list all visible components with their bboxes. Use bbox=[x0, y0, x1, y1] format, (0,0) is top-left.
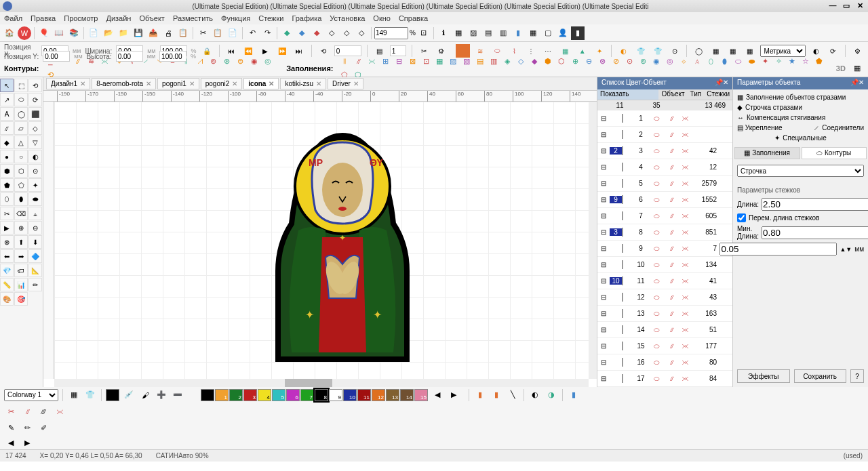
menu-Функция[interactable]: Функция bbox=[221, 14, 250, 22]
tool-44[interactable]: ✏ bbox=[28, 278, 42, 291]
eyedropper-icon[interactable]: 💉 bbox=[122, 388, 136, 402]
fill-type-9[interactable]: ▧ bbox=[460, 55, 473, 68]
tool-27[interactable]: ✂ bbox=[0, 207, 14, 220]
view-b-icon[interactable]: ▨ bbox=[467, 26, 480, 40]
palette-view-icon[interactable]: ▦ bbox=[67, 388, 81, 402]
redo-icon[interactable]: ↷ bbox=[260, 26, 274, 40]
close-button[interactable]: ✕ bbox=[854, 1, 865, 11]
fill-type-15[interactable]: ⬢ bbox=[541, 55, 555, 68]
tab-icona[interactable]: icona✕ bbox=[243, 78, 279, 89]
effects-button[interactable]: Эффекты bbox=[737, 369, 790, 383]
new-icon[interactable]: 📄 bbox=[87, 26, 100, 40]
fill-type-10[interactable]: ▤ bbox=[473, 55, 487, 68]
tab-close-icon[interactable]: ✕ bbox=[316, 80, 321, 87]
tab-show[interactable]: Показать bbox=[597, 89, 658, 100]
fill-type-22[interactable]: ⊚ bbox=[636, 55, 650, 68]
opt-rhinestone-run[interactable]: ◆ Строчка стразами bbox=[737, 102, 864, 112]
panel-close-icon[interactable]: ✕ bbox=[723, 79, 728, 86]
tool-29[interactable]: ⟁ bbox=[28, 207, 42, 220]
fill-type-5[interactable]: ⊠ bbox=[406, 55, 419, 68]
posy-input[interactable] bbox=[43, 51, 70, 62]
palette-color-1[interactable]: 1 bbox=[215, 389, 229, 401]
paste-icon[interactable]: 📄 bbox=[226, 26, 239, 40]
menu-Установка[interactable]: Установка bbox=[330, 14, 365, 22]
tool-15[interactable]: ● bbox=[0, 150, 14, 163]
remove-color-icon[interactable]: ➖ bbox=[171, 388, 184, 402]
outline-type-12[interactable]: ⊚ bbox=[207, 55, 220, 68]
3d-toggle[interactable]: 3D bbox=[833, 62, 849, 75]
view-d-icon[interactable]: ▥ bbox=[496, 26, 510, 40]
view-toggle-icon[interactable]: ▦ bbox=[851, 62, 864, 75]
tool-e-icon[interactable]: ◇ bbox=[340, 26, 353, 40]
fill-type-29[interactable]: ⬭ bbox=[731, 55, 745, 68]
palette-color-2[interactable]: 2 bbox=[229, 389, 243, 401]
object-row[interactable]: ⊟16⬭⫽⩙80 bbox=[597, 354, 732, 371]
home-icon[interactable]: 🏠 bbox=[3, 26, 16, 40]
fx-d-icon[interactable]: ⩙ bbox=[53, 405, 66, 418]
save-icon[interactable]: 💾 bbox=[132, 26, 145, 40]
view-a-icon[interactable]: ▦ bbox=[452, 26, 465, 40]
tab-8-aeromob-rota[interactable]: 8-aeromob-rota✕ bbox=[92, 78, 156, 89]
fill-type-31[interactable]: ✦ bbox=[758, 55, 772, 68]
tool-28[interactable]: ⌫ bbox=[14, 207, 28, 220]
design-artwork[interactable]: ΜΡ ΘΥ ✦ ✦ ✦ bbox=[258, 122, 427, 366]
opt-pull-comp[interactable]: ↔ Компенсация стягивания bbox=[737, 112, 864, 123]
menu-Графика[interactable]: Графика bbox=[292, 14, 321, 22]
tool-4[interactable]: ⬭ bbox=[14, 93, 28, 106]
fill-type-11[interactable]: ▥ bbox=[487, 55, 500, 68]
fill-type-8[interactable]: ▨ bbox=[446, 55, 460, 68]
menu-Правка[interactable]: Правка bbox=[31, 14, 56, 22]
tool-45[interactable]: 🎨 bbox=[0, 292, 14, 306]
wilcom-icon[interactable]: W bbox=[18, 26, 31, 40]
tool-19[interactable]: ⬡ bbox=[14, 164, 28, 178]
object-row[interactable]: ⊟7⬭⫽⩙605 bbox=[597, 208, 732, 224]
tool-36[interactable]: ⬅ bbox=[0, 249, 14, 263]
nav-left-icon[interactable]: ◀ bbox=[4, 436, 18, 449]
thread-c-icon[interactable]: ╲ bbox=[506, 388, 519, 402]
colorway-select[interactable]: Colorway 1 bbox=[4, 389, 58, 401]
tool-39[interactable]: 💎 bbox=[0, 264, 14, 277]
object-row[interactable]: ⊟10⬭⫽⩙134 bbox=[597, 257, 732, 273]
object-row[interactable]: ⊟1⬭⫽⩙ bbox=[597, 110, 732, 127]
wheel-a-icon[interactable]: ◐ bbox=[528, 388, 542, 402]
opt-underlay[interactable]: ▤ Укрепление bbox=[737, 124, 783, 131]
palette-color-10[interactable]: 10 bbox=[343, 389, 357, 401]
menu-Окно[interactable]: Окно bbox=[373, 14, 391, 22]
tool-16[interactable]: ○ bbox=[14, 150, 28, 163]
tool-1[interactable]: ⬚ bbox=[14, 79, 28, 92]
view-e-icon[interactable]: ▮ bbox=[511, 26, 525, 40]
scrollbar-vertical[interactable] bbox=[589, 102, 597, 379]
fx-c-icon[interactable]: ⫻ bbox=[37, 405, 50, 418]
tab-pogoni1[interactable]: pogoni1✕ bbox=[157, 78, 199, 89]
opt-c-icon[interactable]: ⚙ bbox=[851, 44, 864, 58]
balloon-icon[interactable]: 🎈 bbox=[37, 26, 51, 40]
tool-d-icon[interactable]: ◇ bbox=[325, 26, 338, 40]
fill-type-24[interactable]: ◎ bbox=[663, 55, 677, 68]
tool-2[interactable]: ⟲ bbox=[28, 79, 42, 92]
fx-b-icon[interactable]: ⫽ bbox=[20, 405, 34, 418]
palette-color-7[interactable]: 7 bbox=[300, 389, 314, 401]
panel2-close-icon[interactable]: ✕ bbox=[859, 79, 864, 86]
fill-type-28[interactable]: ⬮ bbox=[717, 55, 731, 68]
wheel-b-icon[interactable]: ◑ bbox=[545, 388, 558, 402]
info-icon[interactable]: ℹ bbox=[437, 26, 450, 40]
rotate-icon[interactable]: ⟲ bbox=[317, 44, 330, 58]
menu-Справка[interactable]: Справка bbox=[399, 14, 428, 22]
fill-type-35[interactable]: ⬟ bbox=[812, 55, 826, 68]
fill-type-30[interactable]: ⬬ bbox=[745, 55, 758, 68]
object-row[interactable]: ⊟12⬭⫽⩙43 bbox=[597, 289, 732, 306]
palette-color-3[interactable]: 3 bbox=[243, 389, 257, 401]
tab-kotiki-zsu[interactable]: kotiki-zsu✕ bbox=[280, 78, 326, 89]
outline-type-13[interactable]: ⊛ bbox=[220, 55, 234, 68]
thread-a-icon[interactable]: ▮ bbox=[473, 388, 487, 402]
tool-26[interactable]: ⬬ bbox=[28, 192, 42, 206]
view-f-icon[interactable]: ▦ bbox=[526, 26, 540, 40]
tool-34[interactable]: ⬆ bbox=[14, 235, 28, 249]
menu-Объект[interactable]: Объект bbox=[139, 14, 164, 22]
palette-color-5[interactable]: 5 bbox=[272, 389, 285, 401]
tool-13[interactable]: △ bbox=[14, 136, 28, 149]
fill-type-17[interactable]: ⊕ bbox=[568, 55, 582, 68]
tool-17[interactable]: ◐ bbox=[28, 150, 42, 163]
palette-color-14[interactable]: 14 bbox=[400, 389, 414, 401]
palette-color-6[interactable]: 6 bbox=[286, 389, 300, 401]
